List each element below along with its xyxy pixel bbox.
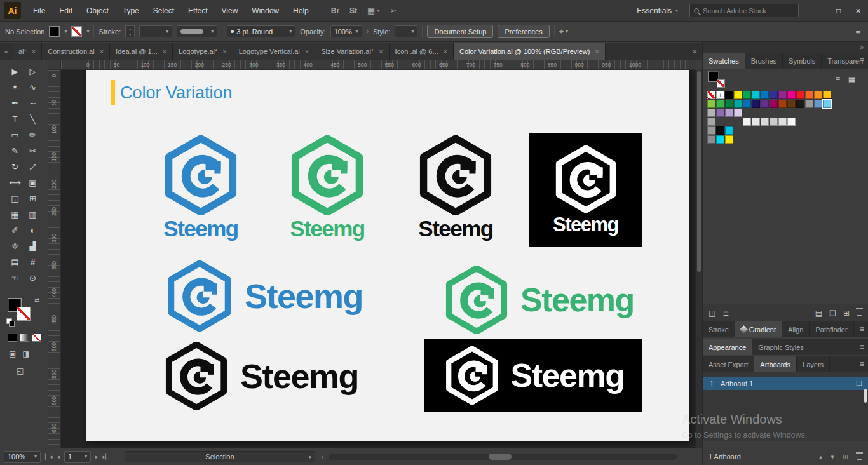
logo-lockup[interactable]: Steemg xyxy=(443,346,625,405)
eyedropper-tool[interactable]: ✐ xyxy=(6,223,24,238)
shape-builder-tool[interactable]: ◱ xyxy=(6,191,24,206)
panel-tab-asset-export[interactable]: Asset Export xyxy=(703,356,754,372)
swap-colors-icon[interactable]: ⇄ xyxy=(34,297,39,304)
tab-close-icon[interactable]: × xyxy=(222,48,226,55)
tab-close-icon[interactable]: × xyxy=(379,48,383,55)
panel-menu-icon[interactable]: ≡ xyxy=(860,339,864,355)
status-menu-icon[interactable]: ▸ xyxy=(309,454,312,460)
swatch-kinds-icon[interactable]: ≣ xyxy=(722,309,729,318)
swatch[interactable] xyxy=(743,91,751,99)
document-setup-button[interactable]: Document Setup xyxy=(427,25,493,38)
first-artboard-icon[interactable]: ▏◂ xyxy=(45,454,52,460)
magic-wand-tool[interactable]: ✶ xyxy=(6,80,24,95)
horizontal-scrollbar[interactable] xyxy=(329,454,677,460)
swatch[interactable] xyxy=(725,126,733,135)
canvas-pasteboard[interactable]: Color Variation SteemgSteemgSteemgSteemg… xyxy=(61,70,695,448)
swatch[interactable] xyxy=(805,91,813,99)
menu-object[interactable]: Object xyxy=(79,0,116,22)
collapse-panels-icon[interactable]: » xyxy=(860,44,864,51)
panel-menu-icon[interactable]: ≡ xyxy=(860,53,864,69)
move-artboard-up-icon[interactable]: ▴ xyxy=(819,453,823,461)
swatch[interactable] xyxy=(725,109,733,117)
swatch[interactable] xyxy=(707,118,715,126)
swatch[interactable] xyxy=(734,91,742,99)
artboard-row[interactable]: 1 Artboard 1 ❏ xyxy=(703,377,868,390)
list-view-icon[interactable]: ≡ xyxy=(836,75,840,84)
color-mode-chip[interactable] xyxy=(8,334,17,342)
logo-lockup[interactable]: Steemg xyxy=(164,260,363,332)
tab-close-icon[interactable]: × xyxy=(444,48,447,55)
swatch-libraries-icon[interactable]: ◫ xyxy=(709,309,715,318)
logo-lockup[interactable]: Steemg xyxy=(287,135,367,239)
tab-close-icon[interactable]: × xyxy=(595,48,599,55)
panel-tab-appearance[interactable]: Appearance xyxy=(703,339,752,355)
brush-definition-dropdown[interactable]: 3 pt. Round▾ xyxy=(227,25,295,37)
logo-lockup[interactable]: Steemg xyxy=(162,342,358,410)
mesh-tool[interactable]: ▦ xyxy=(6,207,24,222)
gpu-performance-icon[interactable]: ➢ xyxy=(390,6,397,15)
slice-tool[interactable]: # xyxy=(24,255,42,269)
minimize-button[interactable]: — xyxy=(809,0,829,22)
swatch[interactable] xyxy=(805,100,813,108)
swatch[interactable] xyxy=(725,100,733,108)
swatch[interactable] xyxy=(761,118,769,126)
ruler-origin[interactable] xyxy=(48,60,61,70)
hand-tool[interactable]: ☜ xyxy=(6,271,24,285)
swatch[interactable] xyxy=(734,109,742,117)
column-graph-tool[interactable]: ▟ xyxy=(24,239,42,253)
panel-tab-layers[interactable]: Layers xyxy=(797,356,830,372)
brush-preview-dropdown[interactable]: ▾ xyxy=(177,25,217,37)
artboard[interactable]: Color Variation SteemgSteemgSteemgSteemg… xyxy=(86,70,689,441)
swatch[interactable] xyxy=(716,135,724,144)
draw-behind-icon[interactable]: ◨ xyxy=(22,349,29,358)
artboard-heading[interactable]: Color Variation xyxy=(111,80,233,105)
swatch[interactable] xyxy=(770,100,778,108)
tab-close-icon[interactable]: × xyxy=(163,48,166,55)
swatch[interactable] xyxy=(823,100,831,108)
pen-tool[interactable]: ✒ xyxy=(6,96,24,111)
swatch[interactable] xyxy=(752,91,760,99)
stock-search-input[interactable]: Search Adobe Stock xyxy=(689,4,799,17)
panel-tab-gradient[interactable]: Gradient xyxy=(735,321,782,337)
swatch[interactable] xyxy=(814,100,822,108)
new-artboard-icon[interactable]: ⊞ xyxy=(843,453,848,461)
type-tool[interactable]: T xyxy=(6,112,24,126)
draw-normal-icon[interactable]: ▣ xyxy=(9,349,16,358)
swatch[interactable] xyxy=(725,135,733,144)
artboard-tool[interactable]: ▤ xyxy=(6,255,24,269)
swatch[interactable] xyxy=(770,91,778,99)
next-artboard-icon[interactable]: ▸ xyxy=(95,454,98,460)
close-button[interactable]: × xyxy=(848,0,868,22)
swatch[interactable] xyxy=(716,100,724,108)
stroke-weight-stepper[interactable]: ▴▾ xyxy=(125,25,135,37)
preferences-button[interactable]: Preferences xyxy=(498,25,549,38)
rotate-tool[interactable]: ↻ xyxy=(6,159,24,174)
swatch[interactable] xyxy=(787,100,796,108)
chevron-down-icon[interactable]: ▾ xyxy=(64,29,67,34)
swatch[interactable] xyxy=(796,100,804,108)
gradient-tool[interactable]: ▥ xyxy=(24,207,42,222)
stroke-color-control[interactable] xyxy=(17,307,31,321)
vertical-ruler[interactable]: 050100150200250300350400450500550600650 xyxy=(48,70,61,448)
move-artboard-down-icon[interactable]: ▾ xyxy=(831,453,834,461)
vertical-scroll-thumb[interactable] xyxy=(697,71,701,272)
tab-close-icon[interactable]: × xyxy=(32,48,36,55)
swatch[interactable] xyxy=(752,118,760,126)
tab-overflow-icon[interactable]: » xyxy=(687,43,702,60)
swatch[interactable] xyxy=(707,100,715,108)
swatch[interactable] xyxy=(814,91,822,99)
new-swatch-icon[interactable]: ⊞ xyxy=(843,309,850,318)
panel-menu-icon[interactable]: ≡ xyxy=(860,321,864,337)
menu-window[interactable]: Window xyxy=(245,0,286,22)
panel-tab-align[interactable]: Align xyxy=(782,321,810,337)
direct-selection-tool[interactable]: ▷ xyxy=(24,64,42,79)
panel-menu-icon[interactable]: ≡ xyxy=(860,356,864,372)
swatch[interactable] xyxy=(707,109,715,117)
panel-menu-icon[interactable]: ≡ xyxy=(855,27,863,36)
free-transform-tool[interactable]: ▣ xyxy=(24,175,42,190)
tab-close-icon[interactable]: × xyxy=(100,48,104,55)
menu-view[interactable]: View xyxy=(215,0,245,22)
swatch-registration[interactable]: + xyxy=(716,91,724,99)
panel-tab-artboards[interactable]: Artboards xyxy=(754,356,797,372)
document-tab[interactable]: Idea.ai @ 1...× xyxy=(110,43,173,60)
